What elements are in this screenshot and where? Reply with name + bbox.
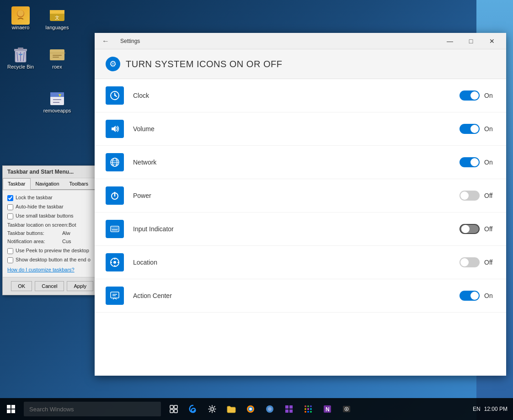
taskbar-buttons-row: Taskbar buttons: Alw: [7, 230, 93, 236]
notification-area-value[interactable]: Cus: [62, 239, 71, 244]
auto-hide-label: Auto-hide the taskbar: [16, 204, 64, 209]
action-center-toggle[interactable]: [460, 291, 480, 301]
tab-navigation[interactable]: Navigation: [31, 178, 64, 189]
show-desktop-checkbox[interactable]: [7, 257, 13, 263]
svg-point-63: [305, 411, 306, 413]
power-status: Off: [484, 192, 495, 199]
clock-status: On: [484, 92, 495, 99]
svg-marker-15: [112, 126, 116, 132]
search-input[interactable]: [24, 402, 161, 416]
svg-point-59: [310, 405, 312, 407]
notification-area-label: Notification area:: [7, 239, 62, 244]
taskbar-media-icon[interactable]: [337, 400, 356, 418]
ok-button[interactable]: OK: [11, 281, 32, 291]
roex-label: roex: [52, 64, 62, 69]
taskbar-apps-icon[interactable]: [299, 400, 317, 418]
taskbar-buttons-value[interactable]: Alw: [62, 230, 70, 236]
desktop-icon-roex[interactable]: roex: [39, 44, 75, 71]
clock-toggle[interactable]: [460, 90, 480, 101]
windows-logo-icon: [7, 405, 15, 413]
location-label: Location: [133, 259, 460, 266]
settings-titlebar: ← Settings — □ ✕: [95, 33, 506, 49]
svg-rect-3: [50, 10, 64, 14]
input-indicator-toggle-knob: [461, 225, 470, 233]
removeapps-icon-img: [48, 90, 66, 108]
input-indicator-toggle-wrapper: Off: [460, 224, 495, 234]
network-toggle-wrapper: On: [460, 157, 495, 167]
volume-toggle-wrapper: On: [460, 124, 495, 134]
languages-label: languages: [46, 25, 69, 30]
use-peek-label: Use Peek to preview the desktop: [16, 248, 89, 253]
taskbar-browser-icon[interactable]: [261, 400, 279, 418]
toggle-item-action-center: Action Center On: [95, 279, 506, 313]
settings-page-title: TURN SYSTEM ICONS ON OR OFF: [126, 59, 282, 69]
checkbox-show-desktop: Show desktop button at the end o: [7, 257, 93, 263]
taskbar: N EN 12:00 PM: [0, 398, 513, 420]
customize-taskbars-link[interactable]: How do I customize taskbars?: [7, 267, 93, 272]
tab-taskbar[interactable]: Taskbar: [3, 178, 31, 190]
svg-rect-56: [289, 409, 293, 413]
recycle-bin-icon-img: [11, 46, 30, 64]
maximize-button[interactable]: □: [460, 33, 481, 49]
network-label: Network: [133, 159, 460, 166]
desktop-icon-recycle-bin[interactable]: Recycle Bin: [2, 44, 39, 71]
toggle-item-location: Location Off: [95, 246, 506, 279]
desktop-icon-winaero[interactable]: winaero: [2, 5, 39, 32]
close-button[interactable]: ✕: [481, 33, 502, 49]
auto-hide-checkbox[interactable]: [7, 204, 13, 210]
svg-rect-54: [289, 405, 293, 409]
power-toggle-wrapper: Off: [460, 191, 495, 201]
svg-point-65: [310, 411, 312, 413]
network-toggle[interactable]: [460, 157, 480, 167]
taskbar-onenote-icon[interactable]: N: [318, 400, 337, 418]
toggle-item-clock: Clock On: [95, 79, 506, 112]
taskbar-grid-icon[interactable]: [280, 400, 298, 418]
svg-point-57: [305, 405, 306, 407]
tab-toolbars[interactable]: Toolbars: [64, 178, 94, 189]
volume-toggle[interactable]: [460, 124, 480, 134]
settings-gear-icon: ⚙: [106, 57, 120, 71]
taskbar-location-value[interactable]: Bot: [69, 222, 76, 228]
toggle-item-volume: Volume On: [95, 112, 506, 146]
settings-body: Clock On Volume On: [95, 79, 506, 376]
start-button[interactable]: [0, 398, 22, 420]
use-peek-checkbox[interactable]: [7, 248, 13, 254]
desktop-icon-removeapps[interactable]: removeapps: [39, 88, 75, 115]
taskbar-folder-icon[interactable]: [222, 400, 240, 418]
svg-point-60: [305, 408, 306, 410]
taskbar-buttons-label: Taskbar buttons:: [7, 230, 62, 236]
svg-rect-43: [170, 405, 173, 409]
taskbar-location-row: Taskbar location on screen: Bot: [7, 222, 93, 228]
taskbar-multitask-icon[interactable]: [165, 400, 183, 418]
taskbar-lang: EN: [473, 406, 481, 412]
minimize-button[interactable]: —: [439, 33, 460, 49]
settings-window: ← Settings — □ ✕ ⚙ TURN SYSTEM ICONS ON …: [95, 33, 506, 376]
svg-point-52: [268, 407, 272, 411]
power-label: Power: [133, 192, 460, 199]
taskbar-firefox-icon[interactable]: [241, 400, 260, 418]
desktop-icon-languages[interactable]: 文 languages: [39, 5, 75, 32]
taskbar-edge-icon[interactable]: [184, 400, 202, 418]
settings-back-button[interactable]: ←: [98, 34, 113, 48]
roex-icon-img: [48, 46, 66, 64]
checkbox-auto-hide: Auto-hide the taskbar: [7, 204, 93, 210]
winaero-icon-img: [11, 6, 30, 25]
svg-point-61: [307, 408, 309, 410]
taskbar-right: EN 12:00 PM: [473, 406, 513, 412]
apply-button[interactable]: Apply: [67, 281, 93, 291]
location-toggle[interactable]: [460, 257, 480, 267]
action-center-toggle-knob: [470, 292, 479, 300]
taskbar-settings-icon[interactable]: [203, 400, 221, 418]
svg-point-62: [310, 408, 312, 410]
small-buttons-checkbox[interactable]: [7, 213, 13, 219]
svg-point-1: [17, 10, 24, 16]
clock-toggle-knob: [470, 91, 479, 100]
taskbar-settings-tabs: Taskbar Navigation Toolbars: [3, 178, 98, 190]
lock-taskbar-checkbox[interactable]: [7, 195, 13, 201]
power-toggle[interactable]: [460, 191, 480, 201]
desktop: winaero 文 languages Recycle Bin: [0, 0, 513, 420]
cancel-button[interactable]: Cancel: [35, 281, 64, 291]
volume-label: Volume: [133, 125, 460, 133]
input-indicator-toggle[interactable]: [460, 224, 480, 234]
toggle-item-network: Network On: [95, 146, 506, 179]
